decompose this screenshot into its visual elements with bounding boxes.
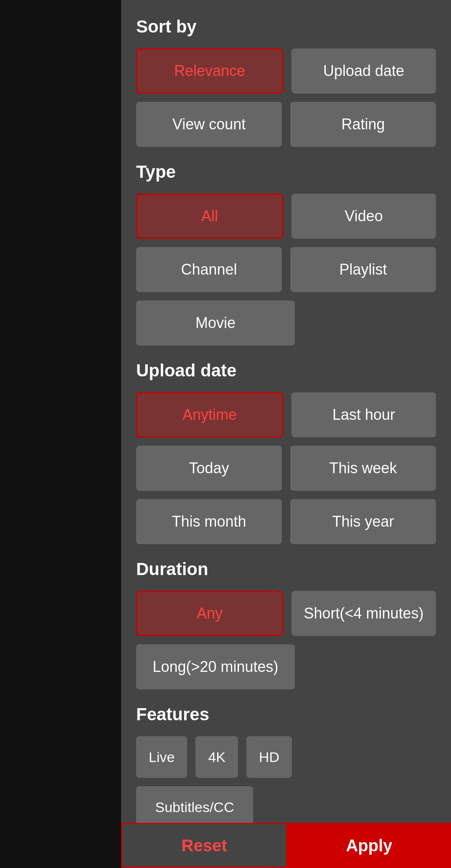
type-row-2: Channel Playlist <box>136 247 436 292</box>
upload-row-1: Anytime Last hour <box>136 392 436 437</box>
bottom-bar: Reset Apply <box>121 823 451 868</box>
upload-this-week-button[interactable]: This week <box>290 446 436 491</box>
apply-button[interactable]: Apply <box>287 823 451 868</box>
upload-this-month-button[interactable]: This month <box>136 499 282 544</box>
features-row-2: Subtitles/CC <box>136 786 436 828</box>
feature-live-button[interactable]: Live <box>136 736 187 778</box>
type-section: Type All Video Channel Playlist Movie <box>136 162 436 346</box>
type-row-1: All Video <box>136 194 436 239</box>
duration-any-button[interactable]: Any <box>136 591 283 636</box>
upload-row-2: Today This week <box>136 446 436 491</box>
sort-upload-date-button[interactable]: Upload date <box>291 48 436 93</box>
upload-date-section: Upload date Anytime Last hour Today This… <box>136 361 436 544</box>
reset-button[interactable]: Reset <box>121 823 287 868</box>
upload-date-title: Upload date <box>136 361 436 381</box>
upload-anytime-button[interactable]: Anytime <box>136 392 283 437</box>
sort-by-section: Sort by Relevance Upload date View count… <box>136 17 436 147</box>
type-title: Type <box>136 162 436 182</box>
sort-rating-button[interactable]: Rating <box>290 102 436 147</box>
features-title: Features <box>136 704 436 724</box>
sort-by-title: Sort by <box>136 17 436 37</box>
upload-last-hour-button[interactable]: Last hour <box>291 392 436 437</box>
features-row-1: Live 4K HD <box>136 736 436 778</box>
screen: Sort by Relevance Upload date View count… <box>0 0 451 868</box>
duration-row-1: Any Short(<4 minutes) <box>136 591 436 636</box>
feature-4k-button[interactable]: 4K <box>195 736 238 778</box>
filter-panel: Sort by Relevance Upload date View count… <box>121 0 451 868</box>
type-row-3: Movie <box>136 300 436 346</box>
sort-view-count-button[interactable]: View count <box>136 102 282 147</box>
duration-long-button[interactable]: Long(>20 minutes) <box>136 644 295 689</box>
type-all-button[interactable]: All <box>136 194 283 239</box>
duration-short-button[interactable]: Short(<4 minutes) <box>291 591 436 636</box>
sort-by-row-1: Relevance Upload date <box>136 48 436 93</box>
type-movie-button[interactable]: Movie <box>136 300 295 346</box>
duration-title: Duration <box>136 559 436 579</box>
feature-subtitles-button[interactable]: Subtitles/CC <box>136 786 253 828</box>
sort-relevance-button[interactable]: Relevance <box>136 48 283 93</box>
upload-this-year-button[interactable]: This year <box>290 499 436 544</box>
type-video-button[interactable]: Video <box>291 194 436 239</box>
upload-row-3: This month This year <box>136 499 436 544</box>
duration-row-2: Long(>20 minutes) <box>136 644 436 689</box>
type-playlist-button[interactable]: Playlist <box>290 247 436 292</box>
upload-today-button[interactable]: Today <box>136 446 282 491</box>
feature-hd-button[interactable]: HD <box>246 736 292 778</box>
type-channel-button[interactable]: Channel <box>136 247 282 292</box>
duration-section: Duration Any Short(<4 minutes) Long(>20 … <box>136 559 436 689</box>
sort-by-row-2: View count Rating <box>136 102 436 147</box>
